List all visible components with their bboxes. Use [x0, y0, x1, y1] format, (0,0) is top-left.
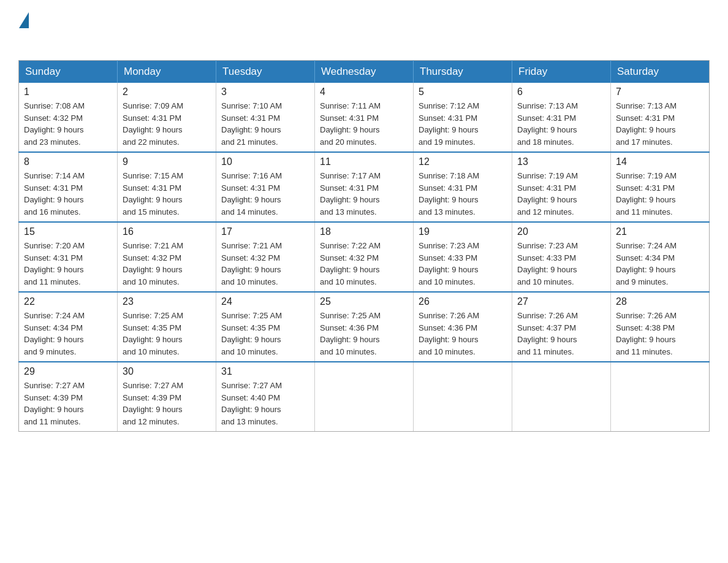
day-number: 28	[616, 296, 704, 307]
day-number: 22	[24, 296, 112, 307]
weekday-header-monday: Monday	[118, 61, 216, 83]
calendar-cell: 29 Sunrise: 7:27 AM Sunset: 4:39 PM Dayl…	[19, 362, 118, 432]
calendar-cell: 11 Sunrise: 7:17 AM Sunset: 4:31 PM Dayl…	[315, 152, 414, 222]
calendar-cell: 13 Sunrise: 7:19 AM Sunset: 4:31 PM Dayl…	[512, 152, 611, 222]
page-header	[18, 12, 710, 48]
day-info: Sunrise: 7:13 AM Sunset: 4:31 PM Dayligh…	[616, 100, 704, 148]
day-info: Sunrise: 7:23 AM Sunset: 4:33 PM Dayligh…	[517, 240, 605, 288]
day-number: 18	[320, 226, 408, 237]
day-number: 3	[221, 86, 309, 98]
calendar-cell	[414, 362, 512, 432]
day-number: 31	[221, 366, 309, 377]
calendar-cell: 23 Sunrise: 7:25 AM Sunset: 4:35 PM Dayl…	[118, 292, 216, 362]
day-number: 25	[320, 296, 408, 307]
day-number: 9	[123, 156, 211, 167]
day-number: 24	[221, 296, 309, 307]
weekday-header-saturday: Saturday	[611, 61, 710, 83]
calendar-cell	[512, 362, 611, 432]
day-info: Sunrise: 7:21 AM Sunset: 4:32 PM Dayligh…	[221, 240, 309, 288]
day-info: Sunrise: 7:25 AM Sunset: 4:35 PM Dayligh…	[221, 310, 309, 358]
day-info: Sunrise: 7:19 AM Sunset: 4:31 PM Dayligh…	[616, 170, 704, 218]
week-row-1: 1 Sunrise: 7:08 AM Sunset: 4:32 PM Dayli…	[19, 83, 710, 152]
day-info: Sunrise: 7:16 AM Sunset: 4:31 PM Dayligh…	[221, 170, 309, 218]
calendar-cell: 28 Sunrise: 7:26 AM Sunset: 4:38 PM Dayl…	[611, 292, 710, 362]
weekday-header-row: SundayMondayTuesdayWednesdayThursdayFrid…	[19, 61, 710, 83]
day-info: Sunrise: 7:26 AM Sunset: 4:38 PM Dayligh…	[616, 310, 704, 358]
weekday-header-friday: Friday	[512, 61, 611, 83]
day-info: Sunrise: 7:10 AM Sunset: 4:31 PM Dayligh…	[221, 100, 309, 148]
week-row-5: 29 Sunrise: 7:27 AM Sunset: 4:39 PM Dayl…	[19, 362, 710, 432]
calendar-cell: 5 Sunrise: 7:12 AM Sunset: 4:31 PM Dayli…	[414, 83, 512, 152]
day-number: 21	[616, 226, 704, 237]
calendar-cell	[315, 362, 414, 432]
calendar-cell: 1 Sunrise: 7:08 AM Sunset: 4:32 PM Dayli…	[19, 83, 118, 152]
calendar-cell: 14 Sunrise: 7:19 AM Sunset: 4:31 PM Dayl…	[611, 152, 710, 222]
day-number: 1	[24, 86, 112, 98]
day-info: Sunrise: 7:24 AM Sunset: 4:34 PM Dayligh…	[616, 240, 704, 288]
calendar-cell: 16 Sunrise: 7:21 AM Sunset: 4:32 PM Dayl…	[118, 222, 216, 292]
day-info: Sunrise: 7:22 AM Sunset: 4:32 PM Dayligh…	[320, 240, 408, 288]
day-number: 29	[24, 366, 112, 377]
day-number: 8	[24, 156, 112, 167]
day-info: Sunrise: 7:20 AM Sunset: 4:31 PM Dayligh…	[24, 240, 112, 288]
week-row-4: 22 Sunrise: 7:24 AM Sunset: 4:34 PM Dayl…	[19, 292, 710, 362]
calendar-cell: 10 Sunrise: 7:16 AM Sunset: 4:31 PM Dayl…	[216, 152, 315, 222]
day-number: 20	[517, 226, 605, 237]
day-number: 27	[517, 296, 605, 307]
day-number: 26	[419, 296, 507, 307]
day-info: Sunrise: 7:25 AM Sunset: 4:36 PM Dayligh…	[320, 310, 408, 358]
calendar-cell: 17 Sunrise: 7:21 AM Sunset: 4:32 PM Dayl…	[216, 222, 315, 292]
day-number: 15	[24, 226, 112, 237]
day-info: Sunrise: 7:26 AM Sunset: 4:37 PM Dayligh…	[517, 310, 605, 358]
calendar-cell: 27 Sunrise: 7:26 AM Sunset: 4:37 PM Dayl…	[512, 292, 611, 362]
weekday-header-thursday: Thursday	[414, 61, 512, 83]
day-info: Sunrise: 7:26 AM Sunset: 4:36 PM Dayligh…	[419, 310, 507, 358]
day-info: Sunrise: 7:23 AM Sunset: 4:33 PM Dayligh…	[419, 240, 507, 288]
calendar-cell: 26 Sunrise: 7:26 AM Sunset: 4:36 PM Dayl…	[414, 292, 512, 362]
day-number: 5	[419, 86, 507, 98]
calendar-cell: 12 Sunrise: 7:18 AM Sunset: 4:31 PM Dayl…	[414, 152, 512, 222]
day-number: 14	[616, 156, 704, 167]
logo	[18, 12, 29, 48]
day-info: Sunrise: 7:21 AM Sunset: 4:32 PM Dayligh…	[123, 240, 211, 288]
day-info: Sunrise: 7:25 AM Sunset: 4:35 PM Dayligh…	[123, 310, 211, 358]
day-number: 12	[419, 156, 507, 167]
day-number: 11	[320, 156, 408, 167]
weekday-header-tuesday: Tuesday	[216, 61, 315, 83]
day-number: 6	[517, 86, 605, 98]
day-number: 10	[221, 156, 309, 167]
day-info: Sunrise: 7:24 AM Sunset: 4:34 PM Dayligh…	[24, 310, 112, 358]
week-row-2: 8 Sunrise: 7:14 AM Sunset: 4:31 PM Dayli…	[19, 152, 710, 222]
day-info: Sunrise: 7:09 AM Sunset: 4:31 PM Dayligh…	[123, 100, 211, 148]
day-info: Sunrise: 7:27 AM Sunset: 4:40 PM Dayligh…	[221, 380, 309, 427]
calendar-cell: 6 Sunrise: 7:13 AM Sunset: 4:31 PM Dayli…	[512, 83, 611, 152]
day-number: 7	[616, 86, 704, 98]
day-number: 13	[517, 156, 605, 167]
day-info: Sunrise: 7:17 AM Sunset: 4:31 PM Dayligh…	[320, 170, 408, 218]
day-info: Sunrise: 7:15 AM Sunset: 4:31 PM Dayligh…	[123, 170, 211, 218]
day-info: Sunrise: 7:11 AM Sunset: 4:31 PM Dayligh…	[320, 100, 408, 148]
calendar-cell: 21 Sunrise: 7:24 AM Sunset: 4:34 PM Dayl…	[611, 222, 710, 292]
day-info: Sunrise: 7:18 AM Sunset: 4:31 PM Dayligh…	[419, 170, 507, 218]
day-number: 17	[221, 226, 309, 237]
day-info: Sunrise: 7:08 AM Sunset: 4:32 PM Dayligh…	[24, 100, 112, 148]
day-info: Sunrise: 7:13 AM Sunset: 4:31 PM Dayligh…	[517, 100, 605, 148]
day-number: 4	[320, 86, 408, 98]
calendar-cell	[611, 362, 710, 432]
calendar-cell: 20 Sunrise: 7:23 AM Sunset: 4:33 PM Dayl…	[512, 222, 611, 292]
day-number: 19	[419, 226, 507, 237]
calendar-cell: 7 Sunrise: 7:13 AM Sunset: 4:31 PM Dayli…	[611, 83, 710, 152]
calendar-cell: 8 Sunrise: 7:14 AM Sunset: 4:31 PM Dayli…	[19, 152, 118, 222]
day-info: Sunrise: 7:12 AM Sunset: 4:31 PM Dayligh…	[419, 100, 507, 148]
weekday-header-sunday: Sunday	[19, 61, 118, 83]
calendar-cell: 15 Sunrise: 7:20 AM Sunset: 4:31 PM Dayl…	[19, 222, 118, 292]
calendar-cell: 22 Sunrise: 7:24 AM Sunset: 4:34 PM Dayl…	[19, 292, 118, 362]
weekday-header-wednesday: Wednesday	[315, 61, 414, 83]
calendar-cell: 9 Sunrise: 7:15 AM Sunset: 4:31 PM Dayli…	[118, 152, 216, 222]
week-row-3: 15 Sunrise: 7:20 AM Sunset: 4:31 PM Dayl…	[19, 222, 710, 292]
day-number: 16	[123, 226, 211, 237]
calendar-cell: 31 Sunrise: 7:27 AM Sunset: 4:40 PM Dayl…	[216, 362, 315, 432]
calendar-table: SundayMondayTuesdayWednesdayThursdayFrid…	[18, 60, 710, 432]
logo-arrow-icon	[19, 12, 29, 28]
calendar-cell: 24 Sunrise: 7:25 AM Sunset: 4:35 PM Dayl…	[216, 292, 315, 362]
